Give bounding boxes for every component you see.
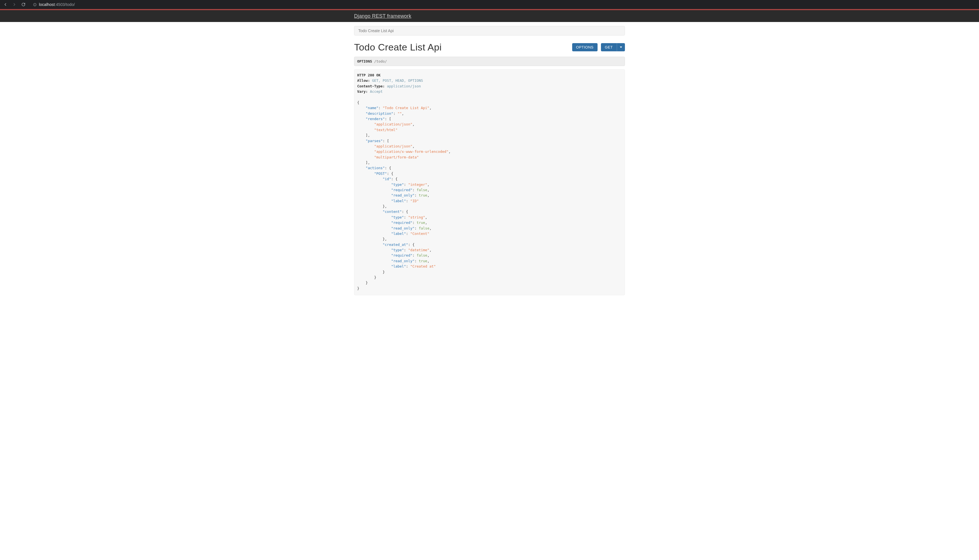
get-dropdown-toggle[interactable] <box>617 43 625 51</box>
response-panel: HTTP 200 OK Allow: GET, POST, HEAD, OPTI… <box>354 69 625 295</box>
chevron-down-icon <box>620 47 622 48</box>
page-title: Todo Create List Api <box>354 42 441 53</box>
get-button[interactable]: GET <box>601 43 617 51</box>
browser-reload-button[interactable] <box>21 2 26 7</box>
browser-address-bar[interactable]: localhost:4503/todo/ <box>30 1 976 8</box>
brand-link[interactable]: Django REST framework <box>354 13 411 19</box>
browser-back-button[interactable] <box>3 2 8 7</box>
options-button[interactable]: OPTIONS <box>572 43 598 51</box>
browser-url: localhost:4503/todo/ <box>39 2 75 7</box>
action-buttons: OPTIONS GET <box>572 43 625 51</box>
app-topbar: Django REST framework <box>0 10 979 22</box>
browser-chrome: localhost:4503/todo/ <box>0 0 979 9</box>
response-body: HTTP 200 OK Allow: GET, POST, HEAD, OPTI… <box>357 72 622 291</box>
breadcrumb-current: Todo Create List Api <box>358 28 394 33</box>
request-method: OPTIONS <box>357 59 372 63</box>
request-line: OPTIONS /todo/ <box>354 57 625 66</box>
site-info-icon <box>33 3 37 7</box>
browser-forward-button[interactable] <box>12 2 17 7</box>
request-path: /todo/ <box>374 59 387 63</box>
breadcrumb: Todo Create List Api <box>354 26 625 35</box>
